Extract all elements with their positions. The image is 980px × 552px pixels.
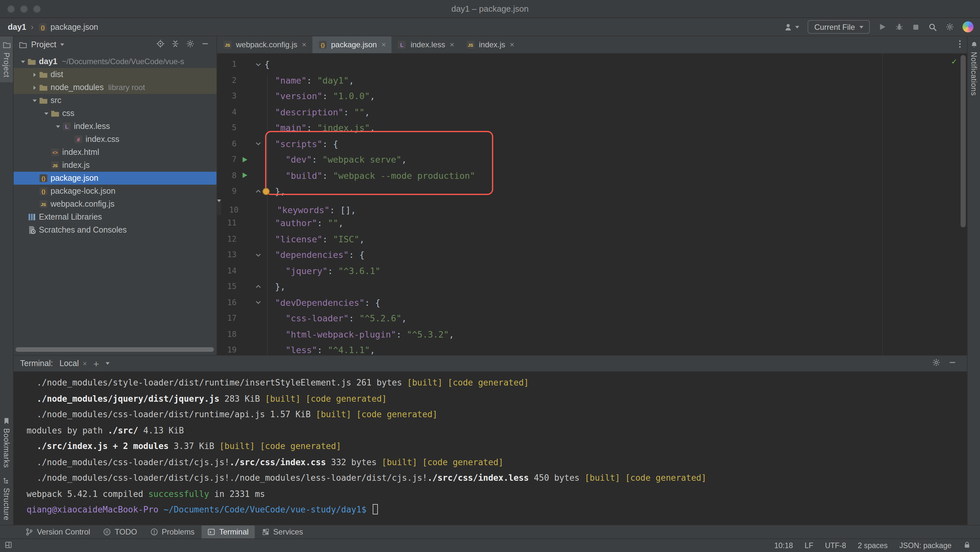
toolwindow-button-todo[interactable]: TODO xyxy=(97,525,143,538)
line-number[interactable]: 10 xyxy=(219,202,239,215)
chevron-right-icon[interactable] xyxy=(30,84,39,91)
collapse-all-button[interactable] xyxy=(171,39,180,51)
code-line[interactable]: 2 "name": "day1", xyxy=(217,72,967,88)
settings-button[interactable] xyxy=(946,23,954,31)
intention-bulb-icon[interactable] xyxy=(262,187,270,198)
code-line[interactable]: 5 "main": "index.js", xyxy=(217,120,967,136)
run-script-icon[interactable] xyxy=(241,172,248,179)
toolwindow-button-services[interactable]: Services xyxy=(256,525,309,538)
run-button[interactable] xyxy=(878,23,887,31)
code-line[interactable]: 18 "html-webpack-plugin": "^5.3.2", xyxy=(217,326,967,342)
line-number[interactable]: 11 xyxy=(217,215,237,231)
code-line[interactable]: 6 "scripts": { xyxy=(217,136,967,152)
user-dropdown-button[interactable] xyxy=(784,22,800,32)
line-number[interactable]: 14 xyxy=(217,263,237,279)
tree-item-day1[interactable]: day1~/Documents/Code/VueCode/vue-s xyxy=(14,55,216,68)
new-terminal-session-button[interactable]: + xyxy=(93,358,99,368)
chevron-down-icon[interactable] xyxy=(19,58,27,65)
breadcrumb-item-day1[interactable]: day1 xyxy=(8,22,26,32)
code-line[interactable]: 3 "version": "1.0.0", xyxy=(217,88,967,104)
code-line[interactable]: 7 "dev": "webpack serve", xyxy=(217,152,967,168)
tree-item-index-css[interactable]: #index.css xyxy=(14,133,216,146)
terminal-tab-local[interactable]: Local× xyxy=(59,359,87,368)
code-line[interactable]: 9 }, xyxy=(217,183,967,199)
fold-down-icon[interactable] xyxy=(255,251,262,259)
editor-tab-index-js[interactable]: JSindex.js× xyxy=(460,36,520,53)
chevron-down-icon[interactable] xyxy=(42,110,51,117)
line-number[interactable]: 13 xyxy=(217,247,237,263)
line-number[interactable]: 6 xyxy=(217,136,237,152)
status-item-lf[interactable]: LF xyxy=(805,542,813,549)
line-number[interactable]: 1 xyxy=(217,56,237,72)
account-avatar[interactable] xyxy=(963,21,974,32)
tree-item-dist[interactable]: dist xyxy=(14,68,216,81)
line-number[interactable]: 7 xyxy=(217,152,237,168)
project-panel-title[interactable]: Project xyxy=(31,40,56,49)
code-editor[interactable]: 1{2 "name": "day1",3 "version": "1.0.0",… xyxy=(217,54,967,355)
tree-item-scratches-and-consoles[interactable]: Scratches and Consoles xyxy=(14,224,216,236)
line-number[interactable]: 17 xyxy=(217,310,237,326)
code-line[interactable]: 16 "devDependencies": { xyxy=(217,295,967,310)
debug-button[interactable] xyxy=(895,23,904,31)
code-line[interactable]: 15 }, xyxy=(217,279,967,295)
line-number[interactable]: 9 xyxy=(217,183,237,199)
editor-tab-index-less[interactable]: Lindex.less× xyxy=(392,36,460,53)
tabs-options-icon[interactable] xyxy=(953,39,967,50)
editor-tab-package-json[interactable]: {}package.json× xyxy=(312,36,391,53)
tool-stripe-button-project[interactable]: Project xyxy=(0,36,13,82)
code-line[interactable]: 10 "keywords": [], xyxy=(217,199,221,215)
status-item-utf-8[interactable]: UTF-8 xyxy=(825,542,846,549)
code-line[interactable]: 14 "jquery": "^3.6.1" xyxy=(217,263,967,279)
line-number[interactable]: 4 xyxy=(217,104,237,120)
tree-item-index-less[interactable]: Lindex.less xyxy=(14,120,216,133)
code-line[interactable]: 13 "dependencies": { xyxy=(217,247,967,263)
status-item-2-spaces[interactable]: 2 spaces xyxy=(858,542,888,549)
tool-window-switcher-icon[interactable] xyxy=(5,541,12,550)
close-tab-icon[interactable]: × xyxy=(382,40,386,49)
toolwindow-button-problems[interactable]: Problems xyxy=(144,525,200,538)
line-number[interactable]: 3 xyxy=(217,88,237,104)
close-tab-icon[interactable]: × xyxy=(450,40,454,49)
line-number[interactable]: 16 xyxy=(217,295,237,310)
fold-down-icon[interactable] xyxy=(255,61,262,68)
code-line[interactable]: 4 "description": "", xyxy=(217,104,967,120)
hide-terminal-button[interactable] xyxy=(948,358,957,369)
stop-button[interactable] xyxy=(912,23,920,31)
close-terminal-tab-icon[interactable]: × xyxy=(83,360,87,367)
status-item-json-package[interactable]: JSON: package xyxy=(899,542,951,549)
line-number[interactable]: 15 xyxy=(217,279,237,295)
fold-down-icon[interactable] xyxy=(255,140,262,148)
toolwindow-button-terminal[interactable]: Terminal xyxy=(202,525,255,538)
line-number[interactable]: 18 xyxy=(217,326,237,342)
tree-item-src[interactable]: src xyxy=(14,94,216,107)
code-line[interactable]: 1{ xyxy=(217,56,967,72)
tree-item-node-modules[interactable]: node_moduleslibrary root xyxy=(14,81,216,94)
search-everywhere-button[interactable] xyxy=(928,22,937,32)
editor-tab-webpack-config-js[interactable]: JSwebpack.config.js× xyxy=(217,36,312,53)
tool-stripe-button-bookmarks[interactable]: Bookmarks xyxy=(0,412,13,472)
project-horizontal-scrollbar[interactable] xyxy=(16,347,214,352)
code-line[interactable]: 17 "css-loader": "^5.2.6", xyxy=(217,310,967,326)
run-configuration-select[interactable]: Current File xyxy=(808,20,870,34)
status-item-10-18[interactable]: 10:18 xyxy=(774,542,793,549)
locate-file-button[interactable] xyxy=(156,39,165,51)
line-number[interactable]: 2 xyxy=(217,72,237,88)
tree-item-external-libraries[interactable]: External Libraries xyxy=(14,211,216,224)
fold-down-icon[interactable] xyxy=(255,299,262,306)
close-tab-icon[interactable]: × xyxy=(510,40,514,49)
code-line[interactable]: 19 "less": "^4.1.1", xyxy=(217,342,967,355)
hide-panel-button[interactable] xyxy=(201,39,209,51)
line-number[interactable]: 12 xyxy=(217,231,237,247)
terminal-sessions-dropdown-icon[interactable] xyxy=(106,362,110,365)
close-window-button[interactable] xyxy=(7,5,15,13)
editor-scrollbar[interactable] xyxy=(961,55,966,227)
terminal-output[interactable]: ./node_modules/style-loader/dist/runtime… xyxy=(14,372,967,525)
toolwindow-button-version-control[interactable]: Version Control xyxy=(19,525,96,538)
fold-up-icon[interactable] xyxy=(255,188,262,195)
tool-stripe-button-structure[interactable]: Structure xyxy=(0,472,13,525)
tree-item-webpack-config-js[interactable]: JSwebpack.config.js xyxy=(14,198,216,211)
close-tab-icon[interactable]: × xyxy=(302,40,306,49)
fold-up-icon[interactable] xyxy=(255,283,262,290)
tree-item-index-html[interactable]: <>index.html xyxy=(14,146,216,159)
tree-item-index-js[interactable]: JSindex.js xyxy=(14,159,216,172)
